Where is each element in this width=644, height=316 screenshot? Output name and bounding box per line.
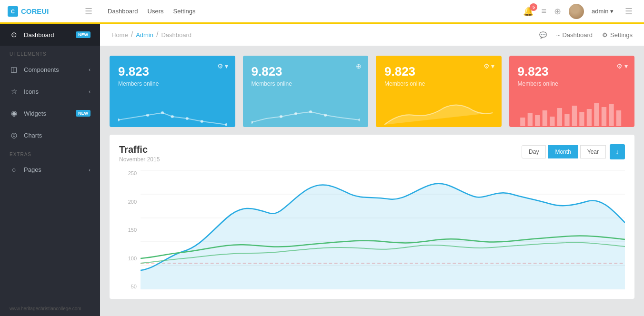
stat-cards: ⚙ ▾ 9.823 Members online [110,56,634,127]
pages-chevron: ‹ [89,167,91,173]
breadcrumb-bar: Home / Admin / Dashboard 💬 ~ Dashboard ⚙… [100,24,644,46]
top-nav-right: 🔔 5 ≡ ⊕ admin ▾ ☰ [523,4,636,19]
svg-rect-19 [564,114,569,126]
svg-point-7 [252,121,253,124]
download-button[interactable]: ↓ [610,144,625,159]
section-extras: EXTRAS [0,146,100,159]
svg-rect-15 [535,115,540,126]
main-layout: ⊙ Dashboard NEW UI ELEMENTS ◫ Components… [0,24,644,316]
location-icon[interactable]: ⊕ [554,6,561,17]
avatar-image [569,4,584,19]
widgets-icon: ◉ [10,109,18,118]
sidebar-label-charts: Charts [24,132,42,139]
sidebar-item-widgets[interactable]: ◉ Widgets NEW [0,102,100,124]
svg-rect-20 [572,106,576,126]
svg-rect-17 [550,117,554,126]
traffic-subtitle: November 2015 [119,156,160,163]
sidebar-item-dashboard[interactable]: ⊙ Dashboard NEW [0,24,100,46]
nav-link-settings[interactable]: Settings [173,8,196,15]
svg-rect-21 [579,112,584,126]
svg-point-8 [279,115,282,118]
stat-card-2: ⊕ 9.823 Members online [243,56,369,127]
dashboard-body: ⚙ ▾ 9.823 Members online [100,46,644,316]
svg-point-1 [146,114,149,117]
sidebar: ⊙ Dashboard NEW UI ELEMENTS ◫ Components… [0,24,100,316]
traffic-card: Traffic November 2015 Day Month Year ↓ 2… [110,135,634,299]
notifications-icon[interactable]: 🔔 5 [523,6,533,17]
stat-card-2-gear[interactable]: ⊕ [356,62,362,70]
btn-year[interactable]: Year [580,145,606,158]
svg-rect-26 [616,110,621,126]
stat-card-3-number: 9.823 [384,64,493,79]
svg-point-3 [171,115,174,118]
top-nav-links: Dashboard Users Settings [108,8,196,15]
stat-card-4-number: 9.823 [518,64,626,79]
y-label-250: 250 [119,170,141,176]
dashboard-badge: NEW [76,31,91,38]
nav-link-users[interactable]: Users [148,8,164,15]
logo: C COREUI [8,6,70,17]
stat-card-2-label: Members online [252,80,360,87]
admin-label[interactable]: admin ▾ [592,8,614,15]
mobile-menu-icon[interactable]: ☰ [621,6,636,17]
traffic-header: Traffic November 2015 Day Month Year ↓ [119,144,625,163]
traffic-title: Traffic [119,144,160,155]
stat-card-3: ⚙ ▾ 9.823 Members online [376,56,502,127]
avatar[interactable] [569,4,584,19]
sidebar-item-charts[interactable]: ◎ Charts [0,124,100,146]
components-icon: ◫ [10,65,18,74]
y-label-100: 100 [119,256,141,261]
svg-point-4 [186,117,189,120]
stat-card-4: ⚙ ▾ 9.823 Members online [509,56,635,127]
chart-y-labels: 250 200 150 100 50 [119,170,141,289]
svg-point-2 [161,111,164,114]
nav-link-dashboard[interactable]: Dashboard [108,8,138,15]
svg-rect-13 [520,118,525,126]
sidebar-item-components[interactable]: ◫ Components ‹ [0,59,100,80]
section-ui-elements: UI ELEMENTS [0,46,100,59]
stat-card-1-label: Members online [118,80,227,87]
svg-rect-16 [542,110,547,126]
sidebar-footer: www.heritagechristiancollege.com [0,301,100,316]
list-icon[interactable]: ≡ [541,6,546,16]
btn-month[interactable]: Month [548,145,578,158]
y-label-50: 50 [119,284,141,289]
sidebar-label-components: Components [24,66,59,73]
breadcrumb-dashboard-link[interactable]: ~ Dashboard [556,31,593,39]
widgets-badge: NEW [76,110,91,117]
svg-point-12 [358,118,360,121]
charts-icon: ◎ [10,131,18,139]
traffic-controls: Day Month Year ↓ [522,144,625,159]
stat-card-3-gear[interactable]: ⚙ ▾ [483,62,495,70]
top-nav: C COREUI ☰ Dashboard Users Settings 🔔 5 … [0,0,644,24]
content: Home / Admin / Dashboard 💬 ~ Dashboard ⚙… [100,24,644,316]
svg-rect-23 [594,103,599,126]
stat-card-1-gear[interactable]: ⚙ ▾ [217,62,229,70]
dashboard-icon: ⊙ [10,30,18,39]
svg-rect-22 [586,109,591,126]
breadcrumb-admin[interactable]: Admin [136,31,153,39]
notification-badge: 5 [530,3,537,11]
sidebar-label-dashboard: Dashboard [24,31,54,39]
stat-card-4-gear[interactable]: ⚙ ▾ [616,62,628,70]
sidebar-label-icons: Icons [24,88,39,95]
breadcrumb-chat-icon[interactable]: 💬 [539,31,547,39]
components-chevron: ‹ [89,67,91,72]
icons-chevron: ‹ [89,89,91,94]
icons-icon: ☆ [10,87,18,96]
y-label-200: 200 [119,199,141,205]
breadcrumb-dashboard: Dashboard [161,31,191,39]
hamburger-icon[interactable]: ☰ [81,6,96,17]
stat-card-3-chart [384,87,493,127]
stat-card-4-label: Members online [518,80,626,87]
svg-rect-25 [609,104,614,126]
stat-card-1-chart [118,87,227,127]
svg-point-6 [225,123,226,126]
logo-icon: C [8,6,18,17]
sidebar-item-icons[interactable]: ☆ Icons ‹ [0,80,100,102]
stat-card-2-number: 9.823 [252,64,360,79]
sidebar-item-pages[interactable]: ○ Pages ‹ [0,159,100,180]
btn-day[interactable]: Day [522,145,546,158]
svg-point-11 [324,114,327,117]
breadcrumb-settings-link[interactable]: ⚙ Settings [602,31,633,39]
